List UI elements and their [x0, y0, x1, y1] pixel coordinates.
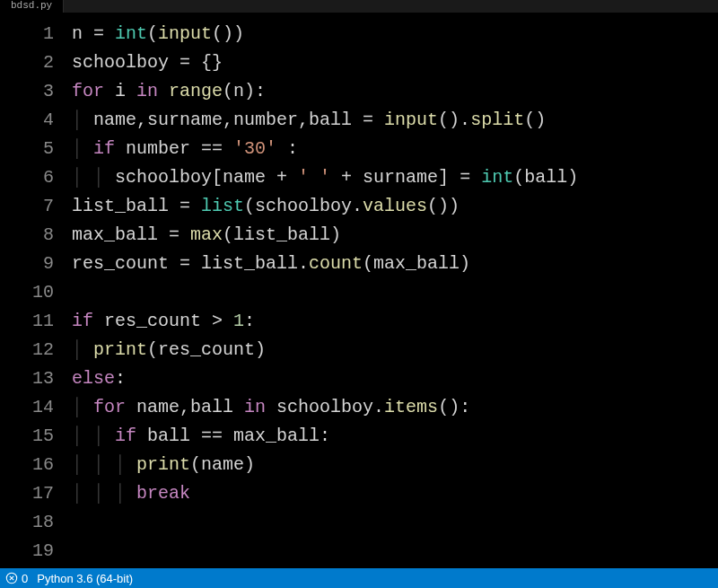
line-number: 17: [0, 479, 54, 508]
code-line[interactable]: │ │ │ break: [72, 479, 718, 508]
line-number: 1: [0, 20, 54, 48]
line-number: 7: [0, 192, 54, 221]
code-line[interactable]: │ print(res_count): [72, 336, 718, 364]
line-number: 14: [0, 393, 54, 422]
line-number: 8: [0, 221, 54, 250]
line-number: 11: [0, 307, 54, 336]
line-number: 6: [0, 163, 54, 192]
tab-bar: bdsd.py: [0, 0, 718, 13]
line-number: 16: [0, 451, 54, 479]
tab-file[interactable]: bdsd.py: [0, 0, 64, 13]
status-bar: 0 Python 3.6 (64-bit): [0, 568, 718, 588]
code-line[interactable]: list_ball = list(schoolboy.values()): [72, 192, 718, 221]
error-icon: [5, 572, 18, 584]
status-problems-count: 0: [22, 572, 28, 585]
line-number: 9: [0, 250, 54, 278]
line-number: 5: [0, 135, 54, 163]
code-line[interactable]: │ if number == '30' :: [72, 135, 718, 163]
code-line[interactable]: │ │ if ball == max_ball:: [72, 422, 718, 451]
line-number: 12: [0, 336, 54, 364]
line-number: 15: [0, 422, 54, 451]
line-number: 13: [0, 364, 54, 393]
code-area[interactable]: n = int(input()) schoolboy = {} for i in…: [72, 20, 718, 568]
status-problems[interactable]: 0: [5, 572, 28, 585]
code-line[interactable]: │ for name,ball in schoolboy.items():: [72, 393, 718, 422]
line-number: 18: [0, 508, 54, 537]
code-line[interactable]: n = int(input()): [72, 20, 718, 48]
code-line[interactable]: │ │ schoolboy[name + ' ' + surname] = in…: [72, 163, 718, 192]
line-number: 10: [0, 278, 54, 307]
line-number: 2: [0, 48, 54, 77]
line-number: 3: [0, 77, 54, 106]
code-line[interactable]: else:: [72, 364, 718, 393]
tab-label: bdsd.py: [11, 0, 52, 11]
code-line[interactable]: for i in range(n):: [72, 77, 718, 106]
code-line[interactable]: │ name,surname,number,ball = input().spl…: [72, 106, 718, 135]
code-line[interactable]: [72, 508, 718, 537]
line-number: 4: [0, 106, 54, 135]
gutter: 1 2 3 4 5 6 7 8 9 10 11 12 13 14 15 16 1…: [0, 20, 72, 568]
code-line[interactable]: schoolboy = {}: [72, 48, 718, 77]
code-line[interactable]: │ │ │ print(name): [72, 451, 718, 479]
status-python[interactable]: Python 3.6 (64-bit): [37, 572, 133, 585]
code-line[interactable]: max_ball = max(list_ball): [72, 221, 718, 250]
editor[interactable]: 1 2 3 4 5 6 7 8 9 10 11 12 13 14 15 16 1…: [0, 13, 718, 568]
code-line[interactable]: [72, 537, 718, 566]
line-number: 19: [0, 537, 54, 566]
code-line[interactable]: [72, 278, 718, 307]
code-line[interactable]: res_count = list_ball.count(max_ball): [72, 250, 718, 278]
code-line[interactable]: if res_count > 1:: [72, 307, 718, 336]
